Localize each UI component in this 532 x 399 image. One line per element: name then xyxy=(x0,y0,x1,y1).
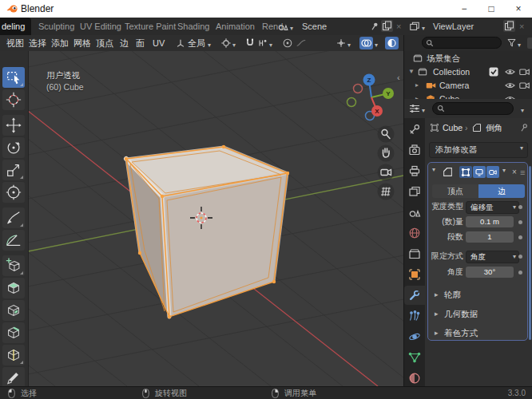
zoom-button[interactable] xyxy=(378,126,395,143)
tab-collection[interactable] xyxy=(404,244,425,263)
checkbox-icon[interactable] xyxy=(489,67,498,77)
viewport-shading-toggle[interactable] xyxy=(385,37,399,49)
minimize-button[interactable]: − xyxy=(451,0,478,18)
scene-name[interactable]: Scene xyxy=(302,18,327,35)
tab-physics[interactable] xyxy=(404,327,425,346)
render-visibility-camera-icon[interactable] xyxy=(519,67,530,77)
animate-dot[interactable] xyxy=(518,205,522,209)
axis-neg-x-ball[interactable] xyxy=(354,85,363,93)
breadcrumb-modifier[interactable]: 倒角 xyxy=(486,123,502,134)
modifier-extras-chevron[interactable] xyxy=(502,160,506,180)
tab-view-layer[interactable] xyxy=(404,182,425,201)
menu-edge[interactable]: 边 xyxy=(120,35,129,51)
tool-measure[interactable] xyxy=(2,230,25,251)
tool-knife[interactable] xyxy=(2,367,25,386)
add-modifier-button[interactable]: 添加修改器 xyxy=(429,142,528,158)
menu-view[interactable]: 视图 xyxy=(6,35,24,51)
render-visibility-camera-icon[interactable] xyxy=(519,81,530,90)
subpanel-geometry[interactable]: ▸ 几何数据 xyxy=(428,307,524,322)
properties-options-chevron[interactable] xyxy=(521,100,524,120)
workspace-tab-animation[interactable]: Animation xyxy=(209,18,261,35)
workspace-tab-modeling[interactable]: deling xyxy=(0,18,31,35)
outliner-row-scene-collection[interactable]: 场景集合 xyxy=(404,52,532,65)
tool-bevel[interactable] xyxy=(2,322,25,343)
viewlayer-name[interactable]: ViewLayer xyxy=(433,18,474,35)
tab-render[interactable] xyxy=(404,140,425,160)
camera-view-button[interactable] xyxy=(378,164,395,181)
tab-edges[interactable]: 边 xyxy=(478,184,525,198)
viewport-nav-buttons[interactable] xyxy=(378,126,395,200)
proportional-editing-icon[interactable] xyxy=(282,38,293,49)
angle-value-field[interactable]: 30° xyxy=(466,267,514,278)
tab-particles[interactable] xyxy=(404,306,425,326)
tab-tool[interactable] xyxy=(404,120,425,139)
tool-add-cube[interactable] xyxy=(2,255,25,276)
new-viewlayer-button[interactable] xyxy=(503,20,515,32)
tool-inset-faces[interactable] xyxy=(2,300,25,321)
outliner-row-camera[interactable]: ▸ Camera xyxy=(404,79,532,92)
outliner-row-collection[interactable]: ▼ Collection xyxy=(404,65,532,78)
tool-annotate[interactable] xyxy=(2,207,25,228)
animate-dot[interactable] xyxy=(518,220,522,224)
transform-orientation-icon[interactable] xyxy=(175,38,186,49)
tab-object-data[interactable] xyxy=(404,348,425,367)
cube-mesh[interactable] xyxy=(125,145,289,318)
amount-value-field[interactable]: 0.1 m xyxy=(466,216,514,227)
tool-scale[interactable] xyxy=(2,160,25,180)
limit-method-dropdown[interactable]: 角度 xyxy=(466,251,519,263)
viewport-scene[interactable]: Z Y X xyxy=(28,51,403,386)
subpanel-profile[interactable]: ▸ 轮廓 xyxy=(428,288,524,302)
editor-type-chevron[interactable] xyxy=(422,100,425,120)
show-gizmo-icon[interactable] xyxy=(335,38,347,49)
scrollbar[interactable] xyxy=(529,166,531,340)
tool-move[interactable] xyxy=(2,115,25,136)
tab-world[interactable] xyxy=(404,223,425,243)
outliner-mode-button[interactable] xyxy=(527,38,532,49)
orientation-value[interactable]: 全局 xyxy=(188,35,205,51)
show-overlays-toggle[interactable] xyxy=(359,37,373,49)
menu-face[interactable]: 面 xyxy=(136,35,145,51)
tool-transform[interactable] xyxy=(2,182,25,203)
tool-cursor[interactable] xyxy=(2,89,25,110)
tab-output[interactable] xyxy=(404,161,425,180)
tool-loop-cut[interactable] xyxy=(2,345,25,365)
menu-mesh[interactable]: 网格 xyxy=(73,35,91,51)
pan-hand-button[interactable] xyxy=(378,145,395,162)
properties-search-input[interactable] xyxy=(432,102,514,115)
panel-expand-chevron[interactable] xyxy=(432,159,435,179)
maximize-button[interactable]: □ xyxy=(478,0,505,18)
snap-target-icon[interactable] xyxy=(257,38,268,49)
close-button[interactable]: × xyxy=(505,0,532,18)
drag-grip-icon[interactable] xyxy=(520,164,525,179)
pivot-point-icon[interactable] xyxy=(220,38,232,49)
new-scene-button[interactable] xyxy=(381,20,393,32)
eye-icon[interactable] xyxy=(505,81,515,90)
filter-funnel-icon[interactable] xyxy=(506,38,517,48)
animate-dot[interactable] xyxy=(518,255,522,259)
tab-scene[interactable] xyxy=(404,203,425,222)
tab-modifiers[interactable] xyxy=(404,286,425,305)
viewport-3d[interactable]: Z Y X xyxy=(0,51,403,386)
viewlayer-icon[interactable] xyxy=(409,21,420,32)
pin-icon[interactable] xyxy=(519,123,529,132)
subpanel-shading[interactable]: ▸ 着色方式 xyxy=(428,326,524,341)
eye-icon[interactable] xyxy=(505,67,515,77)
menu-uv[interactable]: UV xyxy=(153,35,165,51)
remove-viewlayer-button[interactable]: × xyxy=(519,18,524,35)
tab-vertices[interactable]: 顶点 xyxy=(432,184,478,198)
tool-select-box[interactable] xyxy=(2,67,25,88)
sidebar-collapse-arrow[interactable]: ‹ xyxy=(397,73,400,82)
tab-object[interactable] xyxy=(404,265,425,284)
unlink-scene-button[interactable]: × xyxy=(396,18,401,35)
falloff-curve-icon[interactable] xyxy=(296,38,307,49)
tab-material[interactable] xyxy=(404,369,425,386)
tool-extrude-region[interactable] xyxy=(2,278,25,298)
tool-rotate[interactable] xyxy=(2,137,25,158)
breadcrumb-object[interactable]: Cube xyxy=(443,123,463,132)
snap-magnet-icon[interactable] xyxy=(244,38,256,49)
edit-mode-toggle[interactable] xyxy=(459,166,472,178)
perspective-toggle-button[interactable] xyxy=(378,184,395,200)
outliner-row-cube[interactable]: ▸ Cube xyxy=(404,93,532,99)
width-type-dropdown[interactable]: 偏移量 xyxy=(466,201,519,214)
menu-select[interactable]: 选择 xyxy=(29,35,46,51)
